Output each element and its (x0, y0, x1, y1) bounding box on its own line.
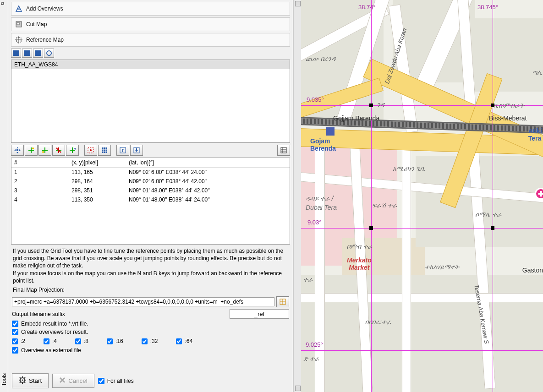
svg-rect-4 (17, 22, 19, 25)
svg-point-30 (90, 149, 92, 151)
label-atik: Atiki Tera (528, 127, 542, 142)
svg-marker-13 (16, 152, 18, 153)
label-amh-tekle: ተክለሃይማኖት (425, 263, 459, 271)
label-amh-tera: ተራ (303, 276, 313, 283)
grid-pattern-button[interactable] (98, 145, 111, 156)
map-view[interactable]: ✚ 38.74° 38.745° 9.035° 9.03° 9.025° Goj… (301, 0, 543, 392)
label-amh-talyan: ጣሊ (532, 69, 542, 76)
grid-lon-1: 38.74° (358, 4, 376, 11)
svg-marker-12 (16, 147, 18, 148)
svg-marker-28 (74, 148, 76, 150)
cancel-label: Cancel (68, 377, 88, 384)
cut-map-button[interactable]: Cut Map (11, 17, 290, 31)
ov-32[interactable]: :32 (142, 338, 158, 344)
label-gojjam-road: Gojjam Berenda (333, 114, 379, 122)
table-row[interactable]: 4 113, 350 N09° 01' 48.00'' E038° 44' 24… (11, 195, 290, 204)
createov-checkbox-row[interactable]: Create overviews for result. (9, 328, 292, 336)
add-point-2-button[interactable] (38, 145, 51, 156)
projection-wizard-button[interactable] (276, 296, 289, 307)
svg-line-58 (24, 377, 25, 378)
close-icon (59, 377, 66, 385)
cancel-button[interactable]: Cancel (52, 374, 94, 388)
table-row[interactable]: 3 298, 351 N09° 01' 48.00'' E038° 44' 42… (11, 186, 290, 195)
add-overviews-button[interactable]: Add Overviews (11, 2, 290, 16)
for-all-label: For all files (107, 378, 134, 384)
for-all-checkbox[interactable] (98, 378, 104, 384)
ref-marker-3[interactable] (491, 226, 494, 230)
reference-map-button[interactable]: Reference Map (11, 33, 290, 47)
mini-btn-1[interactable] (11, 49, 21, 58)
label-dubai: Dubai Tera (306, 204, 337, 211)
table-row[interactable]: 2 298, 164 N09° 02' 6.00'' E038° 44' 42.… (11, 177, 290, 186)
label-amh-berbere: በርበሬ:ተራ (365, 318, 391, 326)
tools-tab-label[interactable]: Tools (1, 373, 7, 386)
svg-point-19 (32, 147, 34, 149)
file-list[interactable]: ETH_AA_WGS84 (11, 60, 290, 143)
reference-point-table[interactable]: # (x, y)[pixel] (lat, lon)[°] 1 113, 165… (11, 158, 290, 245)
ovext-checkbox-row[interactable]: Overview as external file (9, 346, 292, 354)
svg-rect-16 (16, 149, 18, 151)
label-amh-nd: ንዳ (377, 101, 384, 109)
move-point-button[interactable] (11, 145, 24, 156)
instruction-p1: If you used the Grid Tool you have to fi… (13, 247, 288, 270)
grid-hline-3 (301, 350, 543, 351)
for-all-row[interactable]: For all files (98, 378, 134, 384)
ov-64[interactable]: :64 (176, 338, 192, 344)
grid-select-button[interactable] (84, 145, 97, 156)
svg-line-57 (20, 382, 21, 383)
col-latlon: (lat, lon)[°] (129, 159, 287, 166)
embed-checkbox-row[interactable]: Embedd result into *.vrt file. (9, 320, 292, 328)
ref-marker-1[interactable] (369, 103, 373, 107)
mini-btn-3[interactable] (33, 49, 43, 58)
svg-point-50 (22, 380, 23, 381)
table-header: # (x, y)[pixel] (lat, lon)[°] (11, 158, 290, 168)
svg-rect-8 (13, 50, 19, 56)
label-amh-american: አሜሪካን ጊቢ (393, 165, 425, 173)
gear-icon (19, 376, 26, 385)
ov-2[interactable]: :2 (12, 338, 25, 344)
move-point-2-button[interactable] (66, 145, 79, 156)
cut-icon (15, 21, 22, 28)
label-merkato: Merkato Market (347, 256, 372, 271)
file-item[interactable]: ETH_AA_WGS84 (11, 60, 290, 69)
vertical-scrollbar[interactable] (293, 0, 301, 392)
table-row[interactable]: 1 113, 165 N09° 02' 6.00'' E038° 44' 24.… (11, 168, 290, 177)
mini-btn-2[interactable] (22, 49, 32, 58)
add-overviews-label: Add Overviews (26, 5, 63, 12)
undock-icon[interactable]: ⧉ (1, 1, 6, 6)
ov-8[interactable]: :8 (75, 338, 88, 344)
projection-input[interactable] (12, 297, 274, 306)
load-button[interactable] (116, 145, 129, 156)
ovext-label: Overview as external file (21, 347, 81, 354)
svg-marker-15 (19, 149, 21, 151)
label-gaston: Gaston (522, 267, 543, 274)
start-label: Start (29, 377, 42, 384)
start-button[interactable]: Start (12, 373, 49, 388)
ov-4[interactable]: :4 (44, 338, 57, 344)
icon-strip-top (9, 48, 292, 59)
reference-map-label: Reference Map (26, 37, 64, 43)
remove-point-button[interactable] (52, 145, 65, 156)
ovext-checkbox[interactable] (12, 347, 18, 354)
reference-icon (15, 36, 22, 44)
createov-checkbox[interactable] (12, 329, 18, 335)
cut-map-label: Cut Map (26, 21, 47, 27)
suffix-label: Output filename suffix (12, 311, 65, 317)
ref-marker-4[interactable] (369, 226, 373, 230)
table-view-button[interactable] (277, 145, 290, 156)
save-button[interactable] (130, 145, 143, 156)
embed-checkbox[interactable] (12, 321, 18, 327)
svg-rect-42 (281, 147, 286, 153)
add-point-button[interactable] (25, 145, 38, 156)
grid-lat-1: 9.035° (307, 96, 324, 103)
label-biss: Biss-Meberat (489, 114, 527, 122)
mini-btn-4[interactable] (44, 49, 54, 58)
ov-16[interactable]: :16 (107, 338, 123, 344)
suffix-input[interactable] (230, 309, 289, 319)
grid-hline-2 (301, 228, 543, 229)
ref-toolbar (9, 144, 292, 157)
svg-rect-31 (102, 147, 107, 153)
svg-line-55 (20, 377, 21, 378)
svg-rect-10 (35, 50, 41, 56)
col-xy: (x, y)[pixel] (71, 159, 129, 166)
